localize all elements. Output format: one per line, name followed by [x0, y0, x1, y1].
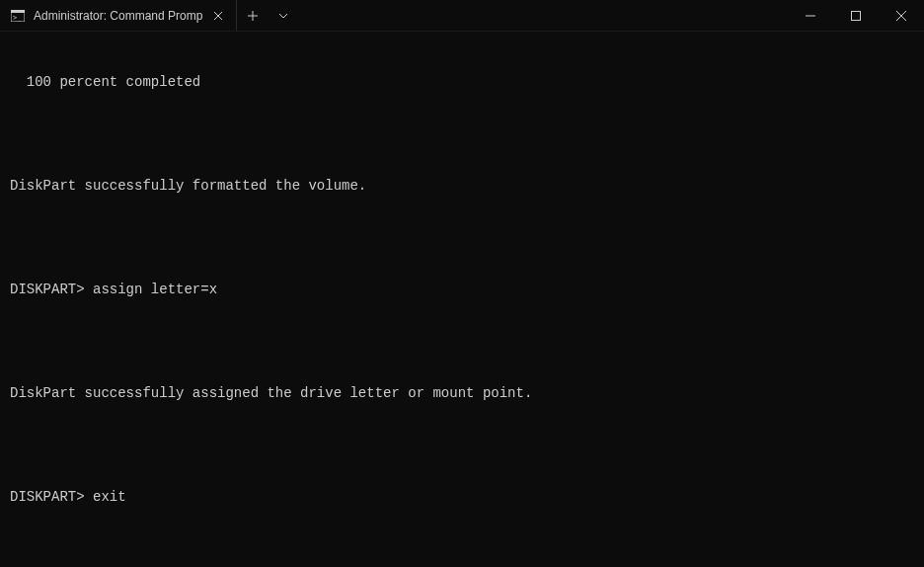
tab-command-prompt[interactable]: >_ Administrator: Command Promp — [0, 0, 237, 31]
window-controls — [788, 0, 924, 31]
title-bar: >_ Administrator: Command Promp — [0, 0, 924, 32]
terminal-output[interactable]: 100 percent completed DiskPart successfu… — [0, 32, 924, 567]
output-line: 100 percent completed — [10, 74, 914, 92]
minimize-button[interactable] — [788, 0, 833, 31]
tab-title: Administrator: Command Promp — [34, 9, 202, 23]
svg-text:>_: >_ — [13, 14, 22, 22]
cmd-icon: >_ — [10, 8, 26, 24]
svg-rect-8 — [852, 11, 861, 20]
close-window-button[interactable] — [879, 0, 924, 31]
maximize-button[interactable] — [833, 0, 879, 31]
output-line: DiskPart successfully formatted the volu… — [10, 178, 914, 196]
output-line — [10, 438, 914, 455]
output-line: DiskPart successfully assigned the drive… — [10, 385, 914, 403]
svg-rect-1 — [11, 10, 25, 13]
prompt-line: DISKPART> assign letter=x — [10, 282, 914, 299]
new-tab-button[interactable] — [237, 0, 269, 31]
tab-dropdown-button[interactable] — [269, 0, 298, 31]
output-line — [10, 334, 914, 352]
prompt-line: DISKPART> exit — [10, 489, 914, 507]
output-line — [10, 126, 914, 144]
output-line — [10, 230, 914, 248]
output-line — [10, 541, 914, 559]
tabs-area: >_ Administrator: Command Promp — [0, 0, 298, 31]
close-tab-icon[interactable] — [210, 8, 226, 24]
